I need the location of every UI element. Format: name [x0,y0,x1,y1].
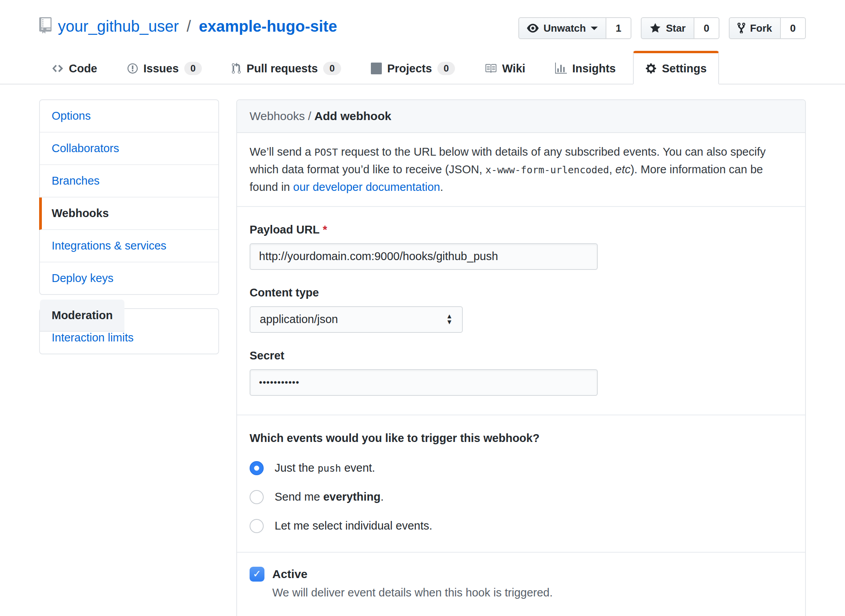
webhook-form: Payload URL* Content type application/js… [237,207,805,415]
tab-wiki[interactable]: Wiki [472,51,538,84]
code-icon [52,63,63,74]
settings-sidebar: Options Collaborators Branches Webhooks … [39,99,219,354]
select-caret-icon: ▲ ▼ [446,314,453,325]
fork-icon [737,22,745,34]
webhooks-breadcrumb-link[interactable]: Webhooks [250,110,305,122]
gear-icon [645,63,656,74]
webhook-description: We’ll send a POST request to the URL bel… [237,133,805,207]
tab-issues[interactable]: Issues 0 [115,51,215,84]
radio-just-push[interactable]: Just the push event. [250,461,793,475]
sidebar-item-webhooks[interactable]: Webhooks [39,198,218,230]
active-label: Active [272,568,307,581]
repo-name-link[interactable]: example-hugo-site [199,18,337,35]
radio-just-push-label: Just the push event. [275,462,375,474]
required-asterisk: * [323,223,327,236]
tab-projects-label: Projects [387,62,432,75]
settings-menu: Options Collaborators Branches Webhooks … [39,99,219,295]
description-text: , [609,163,615,176]
tab-issues-label: Issues [144,62,179,75]
fork-button[interactable]: Fork [729,17,780,39]
repo-nav: Code Issues 0 Pull requests 0 Projects 0… [39,51,806,84]
events-heading: Which events would you like to trigger t… [250,432,793,445]
graph-icon [555,63,567,74]
description-text: . [440,181,443,193]
active-section: ✓ Active We will deliver event details w… [237,553,805,616]
tab-settings[interactable]: Settings [633,51,719,84]
unwatch-label: Unwatch [543,22,586,34]
stargazers-count[interactable]: 0 [694,17,719,39]
issue-opened-icon [127,63,138,74]
sidebar-item-integrations[interactable]: Integrations & services [40,230,218,262]
tab-code[interactable]: Code [39,51,110,84]
watchers-count[interactable]: 1 [606,17,631,39]
tab-settings-label: Settings [662,62,707,75]
repo-owner-link[interactable]: your_github_user [58,18,179,35]
star-button-group: Star 0 [641,17,719,39]
tab-insights[interactable]: Insights [543,51,628,84]
tab-code-label: Code [69,62,97,75]
content-type-group: Content type application/json ▲ ▼ [250,286,793,333]
content-type-label: Content type [250,286,793,299]
sidebar-item-deploy-keys[interactable]: Deploy keys [40,262,218,294]
tab-pull-requests-label: Pull requests [246,62,318,75]
radio-button-icon[interactable] [250,490,264,504]
content-type-value: application/json [260,313,338,326]
tab-projects[interactable]: Projects 0 [358,51,468,84]
moderation-menu: Moderation Interaction limits [39,308,219,354]
panel-breadcrumb: Webhooks/Add webhook [237,100,805,133]
tab-insights-label: Insights [572,62,616,75]
radio-send-everything[interactable]: Send me everything. [250,490,793,504]
watch-button-group: Unwatch 1 [518,17,631,39]
panel-breadcrumb-current: Add webhook [315,110,392,122]
fork-button-group: Fork 0 [729,17,806,39]
project-icon [371,63,382,74]
forks-count[interactable]: 0 [781,17,806,39]
settings-content: Options Collaborators Branches Webhooks … [39,99,806,616]
git-pull-request-icon [232,63,241,74]
unwatch-button[interactable]: Unwatch [518,17,606,39]
sidebar-item-branches[interactable]: Branches [40,165,218,198]
projects-counter: 0 [437,62,455,75]
breadcrumb-separator: / [185,18,192,35]
page-header: your_github_user / example-hugo-site Unw… [0,0,845,84]
content-type-select[interactable]: application/json ▲ ▼ [250,306,463,333]
repo-actions: Unwatch 1 Star 0 [518,17,806,39]
secret-input[interactable] [250,369,598,396]
repo-icon [39,17,52,37]
radio-individual-events-label: Let me select individual events. [275,519,432,532]
secret-label: Secret [250,349,793,362]
sidebar-item-options[interactable]: Options [40,100,218,133]
secret-group: Secret [250,349,793,396]
urlencoded-code-text: x-www-form-urlencoded [485,164,609,176]
checkbox-checked-icon[interactable]: ✓ [250,567,264,582]
active-description: We will deliver event details when this … [272,586,793,599]
star-icon [649,22,661,34]
description-text: We’ll send a [250,145,315,158]
issues-counter: 0 [184,62,202,75]
repo-nav-bar: Code Issues 0 Pull requests 0 Projects 0… [0,51,845,84]
radio-button-icon[interactable] [250,519,264,533]
radio-button-icon[interactable] [250,461,264,475]
panel-breadcrumb-separator: / [305,110,314,122]
moderation-menu-header: Moderation [40,300,124,332]
caret-down-icon [591,27,598,34]
breadcrumb-row: your_github_user / example-hugo-site Unw… [39,16,806,39]
tab-pull-requests[interactable]: Pull requests 0 [219,51,353,84]
star-label: Star [666,22,686,34]
book-icon [485,63,496,74]
events-section: Which events would you like to trigger t… [237,415,805,552]
payload-url-group: Payload URL* [250,223,793,270]
radio-send-everything-label: Send me everything. [275,490,384,503]
fork-label: Fork [750,22,772,34]
eye-icon [527,22,539,34]
post-code-text: POST [315,147,338,158]
active-checkbox-row[interactable]: ✓ Active [250,567,793,582]
payload-url-input[interactable] [250,243,598,270]
developer-documentation-link[interactable]: our developer documentation [293,181,440,193]
radio-individual-events[interactable]: Let me select individual events. [250,519,793,533]
etc-italic-text: etc [615,163,631,176]
breadcrumb: your_github_user / example-hugo-site [39,16,337,37]
sidebar-item-collaborators[interactable]: Collaborators [40,133,218,165]
payload-url-label: Payload URL* [250,223,793,236]
star-button[interactable]: Star [641,17,694,39]
